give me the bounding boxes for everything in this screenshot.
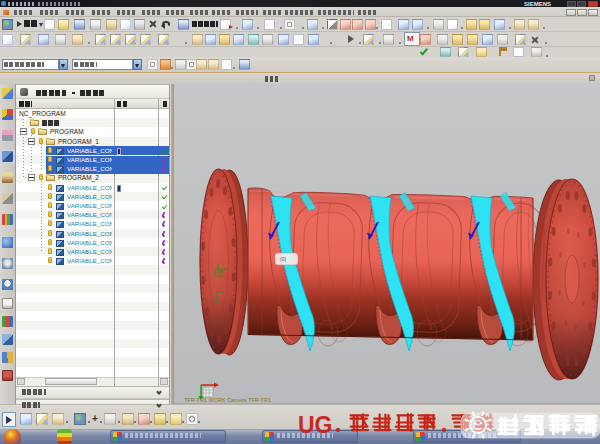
svg-text:UG: UG [298,412,333,438]
